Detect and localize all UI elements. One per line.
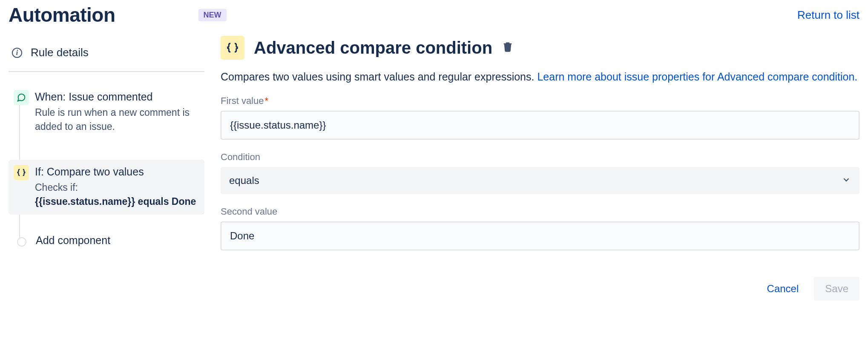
second-value-label: Second value [221, 206, 859, 217]
step-desc-prefix: Checks if: [35, 182, 78, 193]
step-desc: Rule is run when a new comment is added … [35, 106, 200, 134]
first-value-label: First value* [221, 95, 859, 106]
condition-label: Condition [221, 152, 859, 163]
top-bar: Automation NEW Return to list [9, 3, 859, 36]
new-badge: NEW [198, 9, 227, 21]
panel-description: Compares two values using smart values a… [221, 69, 859, 85]
add-component-button[interactable]: Add component [11, 234, 204, 247]
first-value-label-text: First value [221, 95, 264, 106]
rule-step-condition[interactable]: If: Compare two values Checks if: {{issu… [9, 160, 204, 215]
page-title: Automation [9, 3, 115, 26]
rule-sidebar: i Rule details When: Issue commented Rul… [9, 36, 209, 301]
comment-icon [14, 90, 29, 105]
first-value-input[interactable] [221, 111, 859, 140]
step-desc: Checks if: {{issue.status.name}} equals … [35, 181, 196, 209]
panel-desc-text: Compares two values using smart values a… [221, 71, 537, 83]
rule-step-trigger[interactable]: When: Issue commented Rule is run when a… [11, 85, 204, 140]
learn-more-link[interactable]: Learn more about issue properties for Ad… [537, 71, 857, 83]
trash-icon[interactable] [502, 41, 514, 55]
empty-circle-icon [17, 237, 26, 247]
step-desc-expression: {{issue.status.name}} equals Done [35, 196, 196, 207]
rule-details-label: Rule details [31, 46, 89, 59]
main-panel: Advanced compare condition Compares two … [209, 36, 859, 301]
cancel-button[interactable]: Cancel [756, 277, 810, 301]
panel-title: Advanced compare condition [254, 38, 492, 57]
required-asterisk: * [264, 95, 268, 106]
rule-details-row[interactable]: i Rule details [9, 36, 204, 72]
info-icon: i [12, 48, 22, 58]
condition-select[interactable] [221, 167, 859, 194]
braces-icon [221, 36, 244, 60]
step-title: When: Issue commented [35, 91, 200, 103]
return-to-list-link[interactable]: Return to list [797, 9, 859, 22]
step-title: If: Compare two values [35, 166, 196, 178]
add-component-label: Add component [36, 234, 110, 247]
save-button[interactable]: Save [814, 277, 859, 301]
second-value-input[interactable] [221, 221, 859, 250]
braces-icon [14, 165, 29, 180]
